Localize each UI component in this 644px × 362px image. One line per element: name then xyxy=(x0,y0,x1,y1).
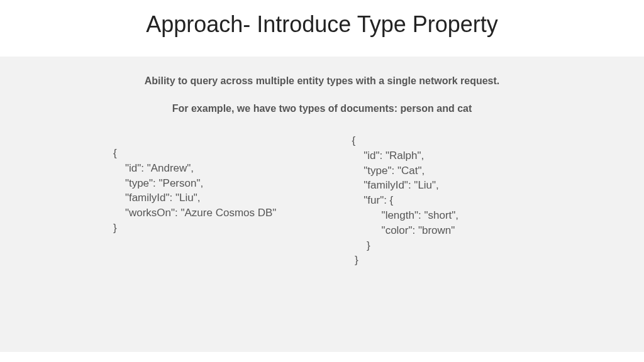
slide-header: Approach- Introduce Type Property xyxy=(0,0,644,57)
code-examples-row: { "id": "Andrew", "type": "Person", "fam… xyxy=(0,146,644,268)
subtitle-primary: Ability to query across multiple entity … xyxy=(0,75,644,87)
code-example-person: { "id": "Andrew", "type": "Person", "fam… xyxy=(113,146,276,268)
slide-content: Ability to query across multiple entity … xyxy=(0,57,644,352)
code-example-cat: { "id": "Ralph", "type": "Cat", "familyI… xyxy=(352,133,458,268)
slide-title: Approach- Introduce Type Property xyxy=(0,11,644,38)
subtitle-secondary: For example, we have two types of docume… xyxy=(0,103,644,114)
